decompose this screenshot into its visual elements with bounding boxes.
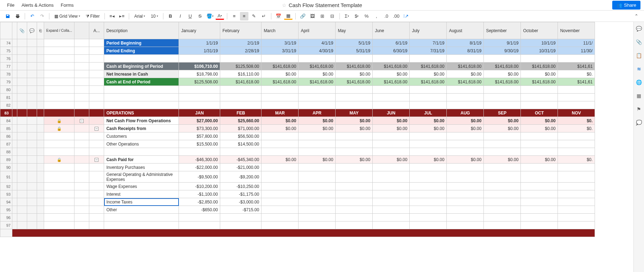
col-month[interactable]: July — [410, 22, 447, 39]
people-icon: 👥 — [616, 2, 622, 8]
collapse-icon[interactable]: − — [95, 158, 98, 162]
col-month[interactable]: August — [447, 22, 484, 39]
comment-header-icon[interactable]: 💬 — [27, 22, 37, 39]
proof-header-icon[interactable]: ⎗ — [37, 22, 44, 39]
view-switcher[interactable]: ▦ Grid View ▾ — [52, 14, 82, 19]
wrap-text-icon[interactable]: ↵ — [260, 12, 268, 20]
row-85[interactable]: 85🔒−Cash Receipts from$73,300.00$71,000.… — [0, 125, 595, 132]
row-92[interactable]: 92Wage Expenses-$10,200.00-$10,250.00 — [0, 183, 595, 190]
row-97[interactable]: 97 — [0, 221, 595, 229]
redo-icon[interactable]: ↷ — [38, 12, 46, 20]
lock-icon: 🔒 — [57, 158, 62, 162]
col-month[interactable]: May — [336, 22, 373, 39]
lock-icon: 🔒 — [57, 126, 62, 131]
bold-icon[interactable]: B — [166, 12, 175, 20]
row-96[interactable]: 96 — [0, 214, 595, 221]
grid[interactable]: 📎💬⎗ Expand / Colla... A... Description J… — [0, 22, 633, 272]
font-selector[interactable]: Arial ▾ — [132, 14, 147, 19]
insert-icon[interactable]: ⊞ — [318, 12, 327, 20]
outdent-icon[interactable]: ≡◂ — [108, 12, 116, 20]
text-color-icon[interactable]: A▾ — [216, 13, 224, 20]
attachments-panel-icon[interactable]: 📎 — [636, 39, 642, 45]
row-76[interactable]: 76 — [0, 55, 595, 63]
title-text: Cash Flow Statement Template — [289, 2, 362, 8]
col-description[interactable]: Description — [104, 22, 179, 39]
percent-icon[interactable]: % — [362, 12, 371, 20]
row-83[interactable]: 83OPERATIONSJANFEBMARAPRMAYJUNJULAUGSEPO… — [0, 109, 595, 117]
collapse-toolbar-icon[interactable]: ⌃ — [632, 12, 640, 20]
increase-decimal-icon[interactable]: .00 — [392, 12, 401, 20]
row-89[interactable]: 89🔒−Cash Paid for-$46,300.00-$45,340.00$… — [0, 156, 595, 164]
row-79[interactable]: 79Cash at End of Period$125,508.00$141,6… — [0, 78, 595, 86]
collapse-icon[interactable]: − — [80, 119, 84, 123]
italic-icon[interactable]: I — [176, 12, 185, 20]
row-84[interactable]: 84🔒−Net Cash Flow From Operations$27,000… — [0, 117, 595, 125]
row-93[interactable]: 93Interest-$1,100.00-$1,175.00 — [0, 190, 595, 198]
align-center-icon[interactable]: ≡ — [240, 12, 248, 20]
row-88[interactable]: 88 — [0, 148, 595, 156]
row-87[interactable]: 87Other Operations$15,500.00$14,500.00 — [0, 140, 595, 148]
column-header-row: 📎💬⎗ Expand / Colla... A... Description J… — [0, 22, 595, 39]
row-82[interactable]: 82 — [0, 101, 595, 109]
row-74[interactable]: 74Period Beginning1/1/192/1/193/1/194/1/… — [0, 39, 595, 47]
row-77[interactable]: 77Cash at Beginning of Period$106,710.00… — [0, 63, 595, 70]
more-format-icon[interactable]: ⁝↗ — [402, 12, 410, 20]
col-expand[interactable]: Expand / Colla... — [44, 22, 74, 39]
star-icon[interactable]: ☆ — [282, 2, 287, 8]
activity-panel-icon[interactable]: ≋ — [636, 66, 642, 72]
link-icon[interactable]: 🔗 — [299, 12, 307, 20]
col-month[interactable]: June — [373, 22, 410, 39]
row-80[interactable]: 80 — [0, 86, 595, 94]
proofs-panel-icon[interactable]: 📋 — [636, 52, 642, 59]
print-icon[interactable] — [13, 12, 22, 20]
row-86[interactable]: 86Customers$57,800.00$56,500.00 — [0, 132, 595, 140]
share-button[interactable]: 👥 Share — [612, 1, 640, 10]
underline-icon[interactable]: U — [186, 12, 194, 20]
fill-color-icon[interactable]: 🪣▾ — [206, 12, 214, 20]
highlight-icon[interactable]: ✎ — [250, 12, 258, 20]
menu-alerts[interactable]: Alerts & Actions — [18, 1, 57, 9]
collapse-icon[interactable]: − — [95, 127, 98, 131]
info-panel-icon[interactable]: ⚑ — [636, 106, 642, 112]
col-a[interactable]: A... — [89, 22, 104, 39]
lock-icon: 🔒 — [57, 119, 62, 123]
chat-panel-icon[interactable]: 💭 — [636, 119, 642, 126]
grid-icon: ▦ — [54, 14, 58, 19]
col-month[interactable]: March — [261, 22, 299, 39]
currency-icon[interactable]: $ ▾ — [353, 12, 361, 20]
conditional-format-icon[interactable]: ▦ — [284, 13, 293, 20]
menu-file[interactable]: File — [4, 1, 18, 9]
row-78[interactable]: 78Net Increase in Cash$18,798.00$16,110.… — [0, 70, 595, 78]
col-month[interactable]: February — [220, 22, 261, 39]
col-month[interactable]: November — [558, 22, 595, 39]
sum-icon[interactable]: Σ ▾ — [343, 12, 351, 20]
align-left-icon[interactable]: ≡ — [230, 12, 239, 20]
image-icon[interactable]: 🖼 — [308, 12, 317, 20]
undo-icon[interactable]: ↶ — [28, 12, 36, 20]
save-icon[interactable] — [4, 12, 12, 20]
col-month[interactable]: January — [179, 22, 220, 39]
attachment-header-icon[interactable]: 📎 — [17, 22, 27, 39]
toolbar: ↶ ↷ ▦ Grid View ▾ ⧩ Filter ≡◂ ▸≡ Arial ▾… — [0, 11, 644, 22]
merge-icon[interactable]: ⊟ — [328, 12, 337, 20]
font-size-selector[interactable]: 10 ▾ — [149, 14, 160, 19]
filter-button[interactable]: ⧩ Filter — [84, 14, 102, 19]
row-95[interactable]: 95Other-$650.00-$715.00 — [0, 206, 595, 214]
thousands-icon[interactable]: , — [372, 12, 381, 20]
col-month[interactable]: April — [299, 22, 336, 39]
indent-icon[interactable]: ▸≡ — [118, 12, 126, 20]
publish-panel-icon[interactable]: 🌐 — [636, 79, 642, 85]
strikethrough-icon[interactable]: S — [196, 12, 204, 20]
menu-forms[interactable]: Forms — [57, 1, 77, 9]
date-format-icon[interactable]: 📅 — [274, 12, 283, 20]
row-90[interactable]: 90Inventory Purchases-$22,000.00-$21,000… — [0, 164, 595, 171]
row-91[interactable]: 91General Operating & Administrative Exp… — [0, 171, 595, 183]
comments-panel-icon[interactable]: 💬 — [636, 25, 642, 32]
format-panel-icon[interactable]: ▦ — [636, 93, 642, 99]
row-94[interactable]: 94Income Taxes-$2,850.00-$3,000.00 — [0, 198, 595, 206]
decrease-decimal-icon[interactable]: .0 — [382, 12, 391, 20]
col-month[interactable]: October — [521, 22, 558, 39]
col-month[interactable]: September — [484, 22, 521, 39]
row-75[interactable]: 75Period Ending1/31/192/28/193/31/194/30… — [0, 47, 595, 55]
row-81[interactable]: 81 — [0, 94, 595, 101]
